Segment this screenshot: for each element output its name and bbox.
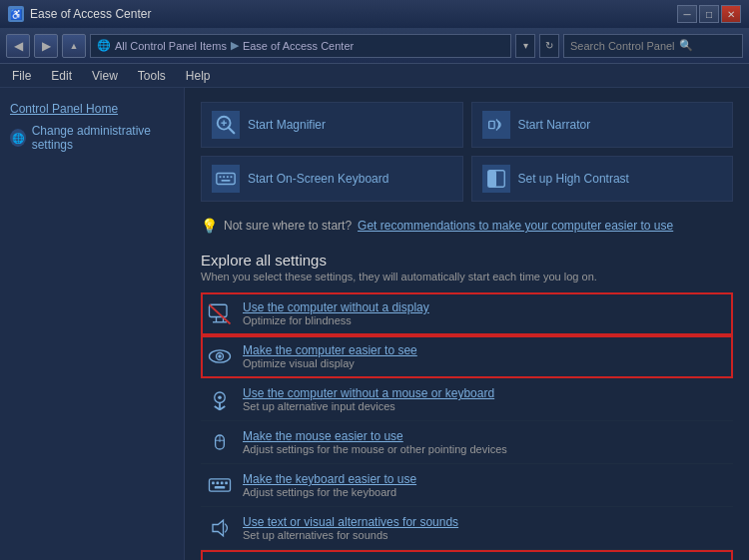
bulb-icon: 💡 (201, 218, 218, 234)
easier-to-see-desc: Optimize visual display (243, 357, 417, 369)
svg-line-1 (229, 128, 235, 134)
svg-rect-10 (221, 180, 230, 182)
svg-rect-32 (221, 482, 224, 485)
setting-no-display[interactable]: Use the computer without a display Optim… (201, 292, 733, 335)
mouse-easier-text: Make the mouse easier to use Adjust sett… (243, 429, 507, 455)
keyboard-easier-text: Make the keyboard easier to use Adjust s… (243, 472, 416, 498)
breadcrumb-sep: ▶ (231, 39, 239, 52)
svg-rect-9 (231, 176, 233, 178)
menu-help[interactable]: Help (182, 67, 215, 85)
quick-access-grid: Start Magnifier Start Narrator (201, 102, 733, 202)
forward-button[interactable]: ▶ (34, 34, 58, 58)
keyboard-easier-desc: Adjust settings for the keyboard (243, 486, 416, 498)
not-sure-link[interactable]: Get recommendations to make your compute… (358, 219, 673, 233)
setting-no-mouse[interactable]: Use the computer without a mouse or keyb… (201, 378, 733, 421)
svg-marker-35 (213, 520, 224, 536)
menu-file[interactable]: File (8, 67, 35, 85)
no-display-title: Use the computer without a display (243, 300, 429, 314)
svg-point-22 (218, 396, 222, 400)
magnifier-icon (212, 111, 240, 139)
svg-rect-7 (223, 176, 225, 178)
back-button[interactable]: ◀ (6, 34, 30, 58)
app-icon: ♿ (8, 6, 24, 22)
not-sure-text: Not sure where to start? (224, 219, 352, 233)
sound-alternatives-title: Use text or visual alternatives for soun… (243, 515, 458, 529)
menu-bar: File Edit View Tools Help (0, 64, 749, 88)
sidebar-change-admin[interactable]: 🌐 Change administrative settings (0, 120, 184, 156)
explore-title: Explore all settings (201, 252, 733, 269)
setting-easier-to-see[interactable]: Make the computer easier to see Optimize… (201, 335, 733, 378)
mouse-easier-title: Make the mouse easier to use (243, 429, 507, 443)
menu-tools[interactable]: Tools (134, 67, 170, 85)
no-mouse-text: Use the computer without a mouse or keyb… (243, 386, 494, 412)
easier-to-see-title: Make the computer easier to see (243, 343, 417, 357)
start-narrator-button[interactable]: Start Narrator (471, 102, 734, 148)
no-display-icon (205, 298, 235, 328)
high-contrast-icon (482, 165, 510, 193)
title-bar: ♿ Ease of Access Center ─ □ ✕ (0, 0, 749, 28)
search-placeholder: Search Control Panel (570, 40, 675, 52)
start-magnifier-button[interactable]: Start Magnifier (201, 102, 463, 148)
search-box[interactable]: Search Control Panel 🔍 (563, 34, 743, 58)
no-mouse-title: Use the computer without a mouse or keyb… (243, 386, 494, 400)
maximize-button[interactable]: □ (699, 5, 719, 23)
keyboard-easier-title: Make the keyboard easier to use (243, 472, 416, 486)
explore-subtitle: When you select these settings, they wil… (201, 271, 733, 282)
svg-rect-31 (217, 482, 220, 485)
sound-alternatives-text: Use text or visual alternatives for soun… (243, 515, 458, 541)
main-layout: Control Panel Home 🌐 Change administrati… (0, 88, 749, 560)
narrator-icon (482, 111, 510, 139)
svg-rect-8 (227, 176, 229, 178)
up-button[interactable]: ▲ (62, 34, 86, 58)
sidebar-control-panel-home[interactable]: Control Panel Home (0, 98, 184, 120)
address-section: Ease of Access Center (243, 40, 354, 52)
address-icon: 🌐 (97, 39, 111, 52)
explore-section: Explore all settings When you select the… (201, 252, 733, 282)
no-display-desc: Optimize for blindness (243, 314, 429, 326)
sidebar-change-admin-label: Change administrative settings (32, 124, 174, 152)
start-keyboard-label: Start On-Screen Keyboard (248, 172, 388, 186)
address-all-items: All Control Panel Items (115, 40, 227, 52)
svg-point-20 (218, 354, 222, 358)
high-contrast-button[interactable]: Set up High Contrast (471, 156, 734, 202)
keyboard-easier-icon (205, 470, 235, 500)
minimize-button[interactable]: ─ (677, 5, 697, 23)
easier-to-see-icon (205, 341, 235, 371)
setting-focus-tasks[interactable]: Make it easier to focus on tasks Adjust … (201, 550, 733, 560)
window-controls: ─ □ ✕ (677, 5, 741, 23)
svg-rect-5 (217, 174, 235, 185)
setting-mouse-easier[interactable]: Make the mouse easier to use Adjust sett… (201, 421, 733, 464)
svg-rect-29 (210, 479, 231, 491)
setting-keyboard-easier[interactable]: Make the keyboard easier to use Adjust s… (201, 464, 733, 507)
mouse-easier-icon (205, 427, 235, 457)
not-sure-line: 💡 Not sure where to start? Get recommend… (201, 214, 733, 238)
focus-icon (205, 556, 235, 560)
setting-sound-alternatives[interactable]: Use text or visual alternatives for soun… (201, 507, 733, 550)
svg-rect-34 (215, 486, 226, 489)
sidebar: Control Panel Home 🌐 Change administrati… (0, 88, 185, 560)
address-dropdown[interactable]: ▾ (515, 34, 535, 58)
window-title: Ease of Access Center (30, 7, 677, 21)
menu-view[interactable]: View (88, 67, 122, 85)
svg-rect-33 (225, 482, 228, 485)
address-bar: ◀ ▶ ▲ 🌐 All Control Panel Items ▶ Ease o… (0, 28, 749, 64)
start-narrator-label: Start Narrator (518, 118, 591, 132)
address-refresh[interactable]: ↻ (539, 34, 559, 58)
no-mouse-desc: Set up alternative input devices (243, 400, 494, 412)
start-keyboard-button[interactable]: Start On-Screen Keyboard (201, 156, 463, 202)
menu-edit[interactable]: Edit (47, 67, 76, 85)
no-display-text: Use the computer without a display Optim… (243, 300, 429, 326)
content-area: Start Magnifier Start Narrator (185, 88, 749, 560)
high-contrast-label: Set up High Contrast (518, 172, 629, 186)
svg-rect-6 (220, 176, 222, 178)
admin-icon: 🌐 (10, 129, 26, 147)
address-path[interactable]: 🌐 All Control Panel Items ▶ Ease of Acce… (90, 34, 511, 58)
search-icon: 🔍 (679, 39, 693, 52)
sound-alternatives-desc: Set up alternatives for sounds (243, 529, 458, 541)
close-button[interactable]: ✕ (721, 5, 741, 23)
mouse-easier-desc: Adjust settings for the mouse or other p… (243, 443, 507, 455)
easier-to-see-text: Make the computer easier to see Optimize… (243, 343, 417, 369)
keyboard-icon (212, 165, 240, 193)
sound-icon (205, 513, 235, 543)
svg-rect-30 (212, 482, 215, 485)
